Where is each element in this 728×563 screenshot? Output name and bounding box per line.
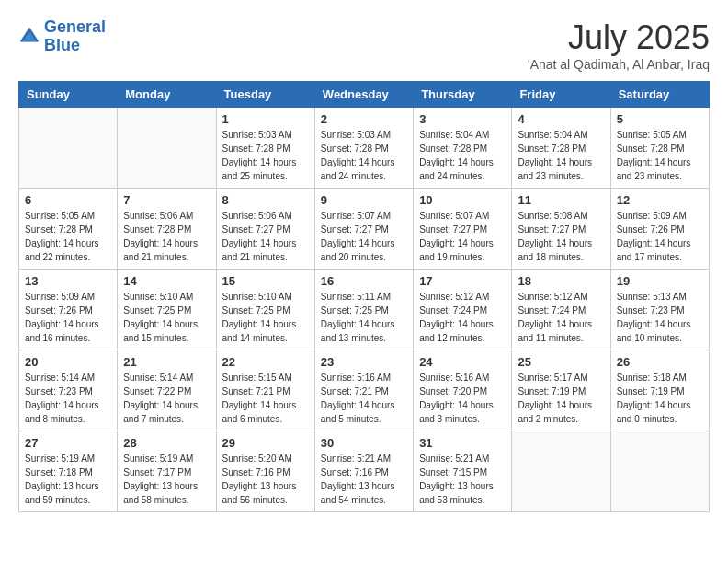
calendar-cell: 12Sunrise: 5:09 AM Sunset: 7:26 PM Dayli… <box>610 189 709 270</box>
logo-icon <box>18 26 40 48</box>
day-number: 28 <box>123 436 210 450</box>
day-info: Sunrise: 5:15 AM Sunset: 7:21 PM Dayligh… <box>222 371 309 426</box>
calendar-cell: 6Sunrise: 5:05 AM Sunset: 7:28 PM Daylig… <box>19 189 118 270</box>
calendar-cell: 19Sunrise: 5:13 AM Sunset: 7:23 PM Dayli… <box>610 270 709 350</box>
day-info: Sunrise: 5:19 AM Sunset: 7:18 PM Dayligh… <box>25 452 111 507</box>
day-info: Sunrise: 5:14 AM Sunset: 7:22 PM Dayligh… <box>123 371 210 426</box>
day-number: 4 <box>518 112 604 126</box>
day-info: Sunrise: 5:07 AM Sunset: 7:27 PM Dayligh… <box>321 209 407 264</box>
day-number: 15 <box>222 274 309 288</box>
day-number: 14 <box>123 274 210 288</box>
calendar-cell: 26Sunrise: 5:18 AM Sunset: 7:19 PM Dayli… <box>610 350 709 431</box>
month-title: July 2025 <box>528 18 710 57</box>
day-info: Sunrise: 5:07 AM Sunset: 7:27 PM Dayligh… <box>419 209 506 264</box>
calendar-cell: 4Sunrise: 5:04 AM Sunset: 7:28 PM Daylig… <box>512 108 610 189</box>
day-number: 27 <box>25 436 111 450</box>
page-header: General Blue July 2025 'Anat al Qadimah,… <box>18 18 710 72</box>
calendar-cell: 9Sunrise: 5:07 AM Sunset: 7:27 PM Daylig… <box>314 189 413 270</box>
calendar-cell <box>19 108 118 189</box>
calendar-cell: 15Sunrise: 5:10 AM Sunset: 7:25 PM Dayli… <box>216 270 314 350</box>
calendar-cell: 3Sunrise: 5:04 AM Sunset: 7:28 PM Daylig… <box>414 108 512 189</box>
calendar-cell: 18Sunrise: 5:12 AM Sunset: 7:24 PM Dayli… <box>512 270 610 350</box>
weekday-header: Monday <box>118 82 216 108</box>
day-info: Sunrise: 5:11 AM Sunset: 7:25 PM Dayligh… <box>321 290 407 345</box>
calendar-cell: 13Sunrise: 5:09 AM Sunset: 7:26 PM Dayli… <box>19 270 118 350</box>
calendar-cell: 25Sunrise: 5:17 AM Sunset: 7:19 PM Dayli… <box>512 350 610 431</box>
day-info: Sunrise: 5:03 AM Sunset: 7:28 PM Dayligh… <box>222 128 309 183</box>
day-info: Sunrise: 5:10 AM Sunset: 7:25 PM Dayligh… <box>222 290 309 345</box>
calendar-cell: 7Sunrise: 5:06 AM Sunset: 7:28 PM Daylig… <box>118 189 216 270</box>
day-info: Sunrise: 5:16 AM Sunset: 7:21 PM Dayligh… <box>321 371 407 426</box>
logo-blue: Blue <box>44 36 80 54</box>
day-info: Sunrise: 5:06 AM Sunset: 7:27 PM Dayligh… <box>222 209 309 264</box>
calendar-cell: 31Sunrise: 5:21 AM Sunset: 7:15 PM Dayli… <box>414 431 512 512</box>
day-info: Sunrise: 5:05 AM Sunset: 7:28 PM Dayligh… <box>25 209 111 264</box>
day-number: 25 <box>518 355 604 369</box>
day-number: 29 <box>222 436 309 450</box>
day-number: 9 <box>321 193 407 207</box>
day-number: 12 <box>617 193 703 207</box>
day-number: 5 <box>617 112 703 126</box>
day-number: 21 <box>123 355 210 369</box>
calendar-cell: 17Sunrise: 5:12 AM Sunset: 7:24 PM Dayli… <box>414 270 512 350</box>
calendar-cell: 22Sunrise: 5:15 AM Sunset: 7:21 PM Dayli… <box>216 350 314 431</box>
calendar-cell: 1Sunrise: 5:03 AM Sunset: 7:28 PM Daylig… <box>216 108 314 189</box>
calendar-cell <box>118 108 216 189</box>
day-info: Sunrise: 5:12 AM Sunset: 7:24 PM Dayligh… <box>419 290 506 345</box>
day-info: Sunrise: 5:09 AM Sunset: 7:26 PM Dayligh… <box>617 209 703 264</box>
calendar-cell <box>512 431 610 512</box>
day-info: Sunrise: 5:04 AM Sunset: 7:28 PM Dayligh… <box>518 128 604 183</box>
calendar-cell: 20Sunrise: 5:14 AM Sunset: 7:23 PM Dayli… <box>19 350 118 431</box>
calendar-cell: 11Sunrise: 5:08 AM Sunset: 7:27 PM Dayli… <box>512 189 610 270</box>
weekday-header: Thursday <box>414 82 512 108</box>
calendar-cell: 30Sunrise: 5:21 AM Sunset: 7:16 PM Dayli… <box>314 431 413 512</box>
title-block: July 2025 'Anat al Qadimah, Al Anbar, Ir… <box>528 18 710 72</box>
day-number: 2 <box>321 112 407 126</box>
day-number: 19 <box>617 274 703 288</box>
day-info: Sunrise: 5:21 AM Sunset: 7:15 PM Dayligh… <box>419 452 506 507</box>
day-info: Sunrise: 5:05 AM Sunset: 7:28 PM Dayligh… <box>617 128 703 183</box>
day-number: 8 <box>222 193 309 207</box>
day-number: 31 <box>419 436 506 450</box>
day-info: Sunrise: 5:16 AM Sunset: 7:20 PM Dayligh… <box>419 371 506 426</box>
calendar-header-row: SundayMondayTuesdayWednesdayThursdayFrid… <box>19 82 710 108</box>
day-number: 17 <box>419 274 506 288</box>
day-info: Sunrise: 5:14 AM Sunset: 7:23 PM Dayligh… <box>25 371 111 426</box>
weekday-header: Saturday <box>610 82 709 108</box>
day-number: 20 <box>25 355 111 369</box>
day-number: 3 <box>419 112 506 126</box>
day-number: 13 <box>25 274 111 288</box>
location-title: 'Anat al Qadimah, Al Anbar, Iraq <box>528 57 710 72</box>
calendar-cell <box>610 431 709 512</box>
day-info: Sunrise: 5:08 AM Sunset: 7:27 PM Dayligh… <box>518 209 604 264</box>
logo-general: General <box>44 17 106 36</box>
weekday-header: Tuesday <box>216 82 314 108</box>
day-info: Sunrise: 5:20 AM Sunset: 7:16 PM Dayligh… <box>222 452 309 507</box>
day-info: Sunrise: 5:17 AM Sunset: 7:19 PM Dayligh… <box>518 371 604 426</box>
calendar-cell: 16Sunrise: 5:11 AM Sunset: 7:25 PM Dayli… <box>314 270 413 350</box>
calendar-week-row: 1Sunrise: 5:03 AM Sunset: 7:28 PM Daylig… <box>19 108 710 189</box>
day-info: Sunrise: 5:19 AM Sunset: 7:17 PM Dayligh… <box>123 452 210 507</box>
calendar-cell: 8Sunrise: 5:06 AM Sunset: 7:27 PM Daylig… <box>216 189 314 270</box>
calendar-week-row: 13Sunrise: 5:09 AM Sunset: 7:26 PM Dayli… <box>19 270 710 350</box>
day-info: Sunrise: 5:06 AM Sunset: 7:28 PM Dayligh… <box>123 209 210 264</box>
logo: General Blue <box>18 18 106 55</box>
day-number: 16 <box>321 274 407 288</box>
calendar-cell: 27Sunrise: 5:19 AM Sunset: 7:18 PM Dayli… <box>19 431 118 512</box>
day-info: Sunrise: 5:04 AM Sunset: 7:28 PM Dayligh… <box>419 128 506 183</box>
weekday-header: Wednesday <box>314 82 413 108</box>
day-number: 1 <box>222 112 309 126</box>
calendar-cell: 14Sunrise: 5:10 AM Sunset: 7:25 PM Dayli… <box>118 270 216 350</box>
calendar-cell: 23Sunrise: 5:16 AM Sunset: 7:21 PM Dayli… <box>314 350 413 431</box>
day-info: Sunrise: 5:13 AM Sunset: 7:23 PM Dayligh… <box>617 290 703 345</box>
calendar-cell: 29Sunrise: 5:20 AM Sunset: 7:16 PM Dayli… <box>216 431 314 512</box>
calendar: SundayMondayTuesdayWednesdayThursdayFrid… <box>18 81 710 512</box>
calendar-cell: 10Sunrise: 5:07 AM Sunset: 7:27 PM Dayli… <box>414 189 512 270</box>
calendar-cell: 21Sunrise: 5:14 AM Sunset: 7:22 PM Dayli… <box>118 350 216 431</box>
weekday-header: Sunday <box>19 82 118 108</box>
calendar-week-row: 27Sunrise: 5:19 AM Sunset: 7:18 PM Dayli… <box>19 431 710 512</box>
calendar-week-row: 6Sunrise: 5:05 AM Sunset: 7:28 PM Daylig… <box>19 189 710 270</box>
day-number: 6 <box>25 193 111 207</box>
calendar-cell: 24Sunrise: 5:16 AM Sunset: 7:20 PM Dayli… <box>414 350 512 431</box>
day-number: 30 <box>321 436 407 450</box>
